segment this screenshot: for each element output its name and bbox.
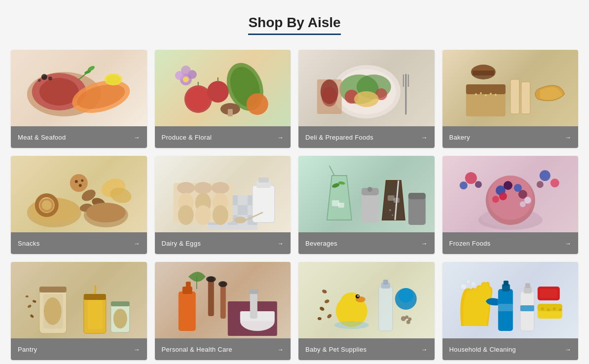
svg-point-50 bbox=[484, 94, 486, 96]
card-label-dairy-eggs[interactable]: Dairy & Eggs → bbox=[155, 232, 291, 254]
arrow-icon: → bbox=[133, 346, 140, 353]
svg-point-188 bbox=[547, 308, 550, 311]
arrow-icon: → bbox=[565, 240, 571, 247]
svg-rect-138 bbox=[111, 301, 130, 306]
svg-point-24 bbox=[183, 76, 188, 82]
svg-point-14 bbox=[186, 87, 210, 111]
svg-point-133 bbox=[44, 297, 62, 325]
svg-point-126 bbox=[475, 181, 481, 188]
svg-rect-147 bbox=[220, 282, 225, 319]
category-grid: Meat & Seafood → bbox=[11, 50, 578, 360]
svg-rect-145 bbox=[208, 277, 214, 316]
svg-point-173 bbox=[401, 316, 406, 321]
arrow-icon: → bbox=[421, 346, 427, 353]
svg-rect-108 bbox=[408, 193, 426, 199]
svg-point-172 bbox=[399, 288, 413, 303]
card-label-bakery[interactable]: Bakery → bbox=[442, 126, 579, 148]
svg-point-123 bbox=[519, 201, 525, 207]
svg-rect-136 bbox=[88, 300, 103, 329]
svg-rect-131 bbox=[39, 287, 67, 292]
arrow-icon: → bbox=[277, 346, 284, 353]
card-image-deli-prepared bbox=[298, 50, 435, 126]
card-label-personal-health[interactable]: Personal & Health Care → bbox=[155, 338, 291, 360]
svg-line-94 bbox=[330, 166, 334, 176]
svg-point-142 bbox=[25, 295, 29, 298]
svg-point-162 bbox=[334, 321, 369, 329]
svg-point-66 bbox=[79, 184, 82, 187]
svg-point-34 bbox=[354, 91, 379, 107]
category-card-meat-seafood[interactable]: Meat & Seafood → bbox=[11, 50, 147, 148]
svg-rect-183 bbox=[525, 283, 530, 288]
category-card-deli-prepared[interactable]: Deli & Prepared Foods → bbox=[298, 50, 435, 148]
category-card-household-cleaning[interactable]: Household & Cleaning → bbox=[442, 262, 579, 360]
svg-point-167 bbox=[319, 306, 325, 311]
card-label-produce-floral[interactable]: Produce & Floral → bbox=[155, 126, 291, 148]
svg-point-101 bbox=[368, 187, 372, 192]
svg-point-67 bbox=[81, 180, 83, 182]
svg-rect-149 bbox=[178, 291, 195, 331]
svg-rect-155 bbox=[249, 289, 258, 294]
card-label-beverages[interactable]: Beverages → bbox=[298, 232, 435, 254]
svg-point-120 bbox=[499, 192, 507, 200]
svg-rect-180 bbox=[498, 304, 513, 311]
card-label-snacks[interactable]: Snacks → bbox=[11, 232, 147, 254]
card-image-meat-seafood bbox=[11, 50, 147, 126]
page-title-container: Shop By Aisle bbox=[10, 10, 579, 35]
arrow-icon: → bbox=[421, 134, 427, 141]
svg-point-8 bbox=[41, 74, 47, 80]
card-label-pantry[interactable]: Pantry → bbox=[11, 338, 147, 360]
svg-rect-42 bbox=[466, 84, 505, 94]
svg-rect-87 bbox=[252, 185, 274, 222]
svg-point-111 bbox=[392, 215, 393, 216]
svg-point-25 bbox=[246, 93, 268, 115]
svg-point-10 bbox=[38, 79, 41, 82]
card-image-bakery bbox=[442, 50, 579, 126]
category-card-baby-pet[interactable]: Baby & Pet Supplies → bbox=[298, 262, 435, 360]
svg-point-125 bbox=[459, 182, 467, 189]
svg-point-109 bbox=[389, 209, 391, 211]
category-card-dairy-eggs[interactable]: Dairy & Eggs → bbox=[155, 156, 291, 254]
svg-point-78 bbox=[177, 182, 194, 194]
svg-point-110 bbox=[395, 205, 397, 206]
card-image-personal-health bbox=[155, 262, 291, 338]
svg-point-129 bbox=[536, 181, 543, 188]
svg-point-148 bbox=[218, 281, 227, 287]
svg-point-139 bbox=[113, 309, 127, 328]
category-card-pantry[interactable]: Pantry → bbox=[11, 262, 147, 360]
category-card-beverages[interactable]: Beverages → bbox=[298, 156, 435, 254]
svg-point-52 bbox=[494, 94, 496, 96]
card-image-beverages bbox=[298, 156, 435, 232]
card-image-dairy-eggs bbox=[155, 156, 291, 232]
category-card-produce-floral[interactable]: Produce & Floral → bbox=[155, 50, 291, 148]
svg-rect-73 bbox=[237, 205, 247, 215]
card-label-household-cleaning[interactable]: Household & Cleaning → bbox=[442, 338, 579, 360]
svg-point-121 bbox=[492, 196, 499, 203]
card-label-baby-pet[interactable]: Baby & Pet Supplies → bbox=[298, 338, 435, 360]
category-card-frozen-foods[interactable]: Frozen Foods → bbox=[442, 156, 579, 254]
svg-point-193 bbox=[460, 284, 466, 290]
card-image-baby-pet bbox=[298, 262, 435, 338]
card-label-deli-prepared[interactable]: Deli & Prepared Foods → bbox=[298, 126, 435, 148]
arrow-icon: → bbox=[133, 134, 140, 141]
svg-rect-186 bbox=[537, 304, 562, 311]
svg-point-117 bbox=[503, 181, 512, 190]
svg-point-40 bbox=[322, 87, 337, 107]
svg-point-176 bbox=[406, 320, 410, 324]
svg-point-16 bbox=[207, 81, 228, 103]
svg-rect-163 bbox=[379, 287, 393, 331]
svg-point-189 bbox=[552, 307, 555, 310]
category-card-snacks[interactable]: Snacks → bbox=[11, 156, 147, 254]
svg-point-174 bbox=[405, 316, 408, 319]
card-label-meat-seafood[interactable]: Meat & Seafood → bbox=[11, 126, 147, 148]
category-card-personal-health[interactable]: Personal & Health Care → bbox=[155, 262, 291, 360]
svg-point-85 bbox=[195, 205, 211, 225]
card-label-frozen-foods[interactable]: Frozen Foods → bbox=[442, 232, 579, 254]
svg-point-80 bbox=[211, 182, 229, 194]
svg-rect-192 bbox=[540, 289, 557, 298]
svg-rect-47 bbox=[472, 71, 494, 75]
svg-point-187 bbox=[541, 307, 544, 310]
svg-point-146 bbox=[206, 276, 216, 282]
category-card-bakery[interactable]: Bakery → bbox=[442, 50, 579, 148]
svg-point-79 bbox=[194, 182, 212, 194]
arrow-icon: → bbox=[133, 240, 140, 247]
